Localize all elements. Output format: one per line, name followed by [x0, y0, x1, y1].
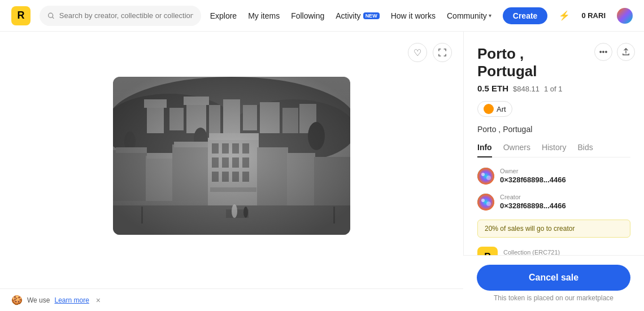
- edition-info: 1 of 1: [544, 85, 563, 93]
- creator-note: 20% of sales will go to creator: [477, 220, 630, 238]
- svg-point-54: [486, 176, 491, 180]
- category-icon: [484, 104, 494, 114]
- search-bar: [40, 6, 201, 26]
- creator-details: Creator 0×328f68898...4466: [500, 194, 566, 210]
- learn-more-link[interactable]: Learn more: [54, 296, 89, 304]
- tab-history[interactable]: History: [542, 143, 567, 157]
- left-panel: ♡: [0, 32, 463, 311]
- owner-row: Owner 0×328f68898...4466: [477, 168, 630, 185]
- create-button[interactable]: Create: [503, 7, 548, 24]
- cancel-sale-button[interactable]: Cancel sale: [477, 265, 630, 291]
- dismiss-button[interactable]: ×: [96, 296, 101, 305]
- tab-info[interactable]: Info: [477, 143, 492, 157]
- tab-owners[interactable]: Owners: [503, 143, 530, 157]
- nft-artwork: [113, 77, 350, 235]
- user-avatar[interactable]: [617, 8, 633, 24]
- fullscreen-button[interactable]: [433, 43, 452, 62]
- nav-my-items[interactable]: My items: [248, 11, 280, 20]
- usd-price: $848.11: [513, 85, 539, 93]
- navbar: R Explore My items Following Activity NE…: [0, 0, 644, 32]
- nft-price: 0.5 ETH $848.11 1 of 1: [477, 84, 630, 93]
- favorite-button[interactable]: ♡: [408, 43, 427, 62]
- nav-links: Explore My items Following Activity NEW …: [210, 7, 633, 24]
- community-chevron-icon: ▾: [489, 12, 491, 19]
- panel-actions: •••: [594, 43, 635, 61]
- nft-image: [113, 77, 350, 235]
- svg-point-0: [49, 13, 53, 17]
- cookie-text: We use: [27, 296, 50, 304]
- svg-point-52: [477, 168, 494, 185]
- placed-note: This token is placed on our marketplace: [477, 294, 630, 302]
- creator-label: Creator: [500, 194, 566, 200]
- owner-address[interactable]: 0×328f68898...4466: [500, 176, 566, 184]
- nav-how-it-works[interactable]: How it works: [391, 11, 436, 20]
- nav-explore[interactable]: Explore: [210, 11, 237, 20]
- tabs: Info Owners History Bids: [477, 143, 630, 157]
- owner-details: Owner 0×328f68898...4466: [500, 168, 566, 184]
- fullscreen-icon: [438, 49, 446, 56]
- creator-row: Creator 0×328f68898...4466: [477, 194, 630, 211]
- lightning-icon[interactable]: ⚡: [559, 10, 570, 21]
- nav-following[interactable]: Following: [291, 11, 324, 20]
- nav-community[interactable]: Community ▾: [447, 11, 491, 20]
- cookie-notice: 🍪 We use Learn more ×: [0, 288, 463, 311]
- more-button[interactable]: •••: [594, 43, 612, 61]
- svg-point-56: [481, 199, 485, 202]
- share-icon: [622, 48, 630, 56]
- search-input[interactable]: [59, 11, 193, 20]
- search-icon: [47, 12, 55, 20]
- creator-avatar: [477, 194, 494, 211]
- svg-point-53: [481, 173, 485, 176]
- category-badge[interactable]: Art: [477, 101, 512, 117]
- image-controls: ♡: [408, 43, 452, 62]
- share-button[interactable]: [617, 43, 635, 61]
- tab-bids[interactable]: Bids: [577, 143, 593, 157]
- owner-label: Owner: [500, 168, 566, 174]
- creator-address[interactable]: 0×328f68898...4466: [500, 202, 566, 210]
- bottom-cta: Cancel sale This token is placed on our …: [463, 255, 644, 311]
- svg-rect-51: [113, 77, 350, 235]
- logo[interactable]: R: [11, 6, 31, 25]
- cookie-icon: 🍪: [11, 295, 23, 305]
- svg-line-1: [53, 17, 54, 18]
- svg-point-57: [486, 202, 491, 206]
- collection-title: Porto , Portugal: [477, 125, 630, 134]
- rari-balance[interactable]: 0 RARI: [581, 11, 606, 20]
- owner-avatar: [477, 168, 494, 185]
- nav-activity[interactable]: Activity NEW: [336, 11, 379, 20]
- activity-new-badge: NEW: [363, 12, 380, 19]
- eth-price: 0.5 ETH: [477, 84, 508, 93]
- svg-point-55: [477, 194, 494, 211]
